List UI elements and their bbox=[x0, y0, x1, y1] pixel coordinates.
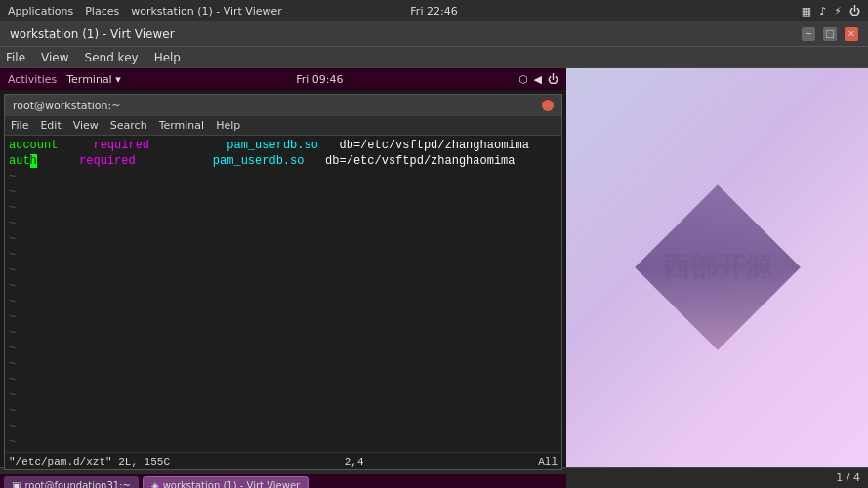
terminal-titlebar: root@workstation:~ bbox=[5, 95, 561, 116]
sound-icon[interactable]: ♪ bbox=[819, 5, 826, 18]
vim-tilde-7: ~ bbox=[9, 231, 558, 247]
taskbar-terminal-label: root@foundation31:~ bbox=[24, 480, 130, 489]
vim-tilde-19: ~ bbox=[9, 419, 558, 434]
network-vm-icon[interactable]: ⬡ bbox=[518, 73, 528, 86]
vim-line-2: auth required pam_userdb.so db=/etc/vsft… bbox=[9, 153, 558, 169]
vim-status-filename: "/etc/pam.d/xzt" 2L, 155C bbox=[9, 456, 170, 468]
vim-statusbar: "/etc/pam.d/xzt" 2L, 155C 2,4 All bbox=[5, 452, 561, 469]
vim-tilde-6: ~ bbox=[9, 216, 558, 231]
vim-tilde-5: ~ bbox=[9, 200, 558, 216]
vim-col3-line1: pam_userdb.so bbox=[227, 139, 318, 152]
vv-menu-item[interactable]: workstation (1) - Virt Viewer bbox=[131, 5, 282, 18]
power-icon[interactable]: ⏻ bbox=[849, 5, 860, 18]
vv-menu-file[interactable]: File bbox=[6, 51, 25, 64]
vm-taskbar-icon: ◈ bbox=[151, 480, 159, 489]
taskbar: ▣ root@foundation31:~ ◈ workstation (1) … bbox=[0, 474, 566, 488]
terminal-menu-terminal[interactable]: Terminal bbox=[159, 119, 205, 132]
ubuntu-topbar-left: Activities Terminal ▾ bbox=[8, 73, 121, 86]
vim-tilde-16: ~ bbox=[9, 372, 558, 387]
taskbar-vv-label: workstation (1) - Virt Viewer bbox=[163, 480, 301, 489]
vv-status-page: 1 / 4 bbox=[836, 471, 860, 484]
battery-icon[interactable]: ⚡ bbox=[834, 5, 842, 18]
os-topbar-right: ▦ ♪ ⚡ ⏻ bbox=[802, 5, 860, 18]
ubuntu-clock: Fri 09:46 bbox=[296, 73, 343, 86]
right-area: 西部开源 bbox=[566, 68, 868, 467]
vim-col1-line2: aut bbox=[9, 154, 30, 168]
vim-col4-line1: db=/etc/vsftpd/zhanghaomima bbox=[340, 139, 529, 152]
terminal-menu-help[interactable]: Help bbox=[216, 119, 240, 132]
diamond-logo bbox=[635, 184, 801, 350]
ubuntu-topbar: Activities Terminal ▾ Fri 09:46 ⬡ ◀ ⏻ bbox=[0, 68, 566, 90]
main-area: Activities Terminal ▾ Fri 09:46 ⬡ ◀ ⏻ ro… bbox=[0, 68, 868, 467]
vv-menu-sendkey[interactable]: Send key bbox=[85, 51, 139, 64]
vim-tilde-4: ~ bbox=[9, 184, 558, 200]
vv-menu-view[interactable]: View bbox=[41, 51, 68, 64]
ubuntu-topbar-right: ⬡ ◀ ⏻ bbox=[518, 73, 558, 86]
vv-window-controls: ─ □ ✕ bbox=[802, 27, 858, 41]
sound-vm-icon[interactable]: ◀ bbox=[534, 73, 542, 86]
vim-tilde-11: ~ bbox=[9, 294, 558, 309]
applications-menu[interactable]: Applications bbox=[8, 5, 73, 18]
terminal-window: root@workstation:~ File Edit View Search… bbox=[4, 94, 562, 470]
terminal-menu-edit[interactable]: Edit bbox=[40, 119, 61, 132]
vim-col3-line2: pam_userdb.so bbox=[213, 154, 305, 168]
minimize-button[interactable]: ─ bbox=[802, 27, 815, 41]
vim-col1-line1: account bbox=[9, 139, 58, 152]
close-button[interactable]: ✕ bbox=[845, 27, 858, 41]
vim-tilde-20: ~ bbox=[9, 434, 558, 450]
terminal-app-menu[interactable]: Terminal ▾ bbox=[66, 73, 121, 86]
vim-tilde-15: ~ bbox=[9, 356, 558, 372]
vim-col4-line2: db=/etc/vsftpd/zhanghaomima bbox=[325, 154, 515, 168]
vim-tilde-18: ~ bbox=[9, 403, 558, 419]
terminal-menu-search[interactable]: Search bbox=[110, 119, 147, 132]
vm-area: Activities Terminal ▾ Fri 09:46 ⬡ ◀ ⏻ ro… bbox=[0, 68, 566, 467]
vv-window-title: workstation (1) - Virt Viewer bbox=[10, 27, 175, 41]
vim-col2-line1: required bbox=[93, 139, 149, 152]
terminal-close-button[interactable] bbox=[542, 100, 554, 111]
vim-tilde-3: ~ bbox=[9, 169, 558, 184]
terminal-menu-file[interactable]: File bbox=[11, 119, 28, 132]
vim-tilde-8: ~ bbox=[9, 247, 558, 263]
vim-status-position: 2,4 bbox=[345, 456, 364, 468]
vim-cursor: h bbox=[30, 154, 37, 168]
places-menu[interactable]: Places bbox=[85, 5, 119, 18]
taskbar-item-vv[interactable]: ◈ workstation (1) - Virt Viewer bbox=[143, 476, 309, 488]
terminal-taskbar-icon: ▣ bbox=[12, 480, 21, 489]
vim-tilde-9: ~ bbox=[9, 263, 558, 278]
vim-col2-line2: required bbox=[79, 154, 136, 168]
vv-menu-help[interactable]: Help bbox=[154, 51, 181, 64]
vv-menubar: File View Send key Help bbox=[0, 47, 868, 68]
vim-tilde-17: ~ bbox=[9, 387, 558, 403]
network-icon[interactable]: ▦ bbox=[802, 5, 811, 18]
terminal-menubar: File Edit View Search Terminal Help bbox=[5, 116, 561, 136]
power-vm-icon[interactable]: ⏻ bbox=[548, 73, 558, 86]
vim-tilde-10: ~ bbox=[9, 278, 558, 294]
os-clock: Fri 22:46 bbox=[410, 5, 457, 18]
vim-tilde-12: ~ bbox=[9, 309, 558, 325]
terminal-menu-view[interactable]: View bbox=[73, 119, 99, 132]
vim-status-scroll: All bbox=[538, 456, 558, 468]
vv-titlebar: workstation (1) - Virt Viewer ─ □ ✕ bbox=[0, 21, 868, 47]
maximize-button[interactable]: □ bbox=[823, 27, 837, 41]
os-topbar-left: Applications Places workstation (1) - Vi… bbox=[8, 5, 282, 18]
os-topbar: Applications Places workstation (1) - Vi… bbox=[0, 0, 868, 21]
vim-tilde-13: ~ bbox=[9, 325, 558, 341]
vim-editor[interactable]: account required pam_userdb.so db=/etc/v… bbox=[5, 136, 561, 452]
vim-line-1: account required pam_userdb.so db=/etc/v… bbox=[9, 138, 558, 153]
terminal-title: root@workstation:~ bbox=[13, 100, 120, 112]
taskbar-item-terminal[interactable]: ▣ root@foundation31:~ bbox=[4, 476, 139, 488]
activities-button[interactable]: Activities bbox=[8, 73, 57, 86]
vim-tilde-14: ~ bbox=[9, 341, 558, 356]
